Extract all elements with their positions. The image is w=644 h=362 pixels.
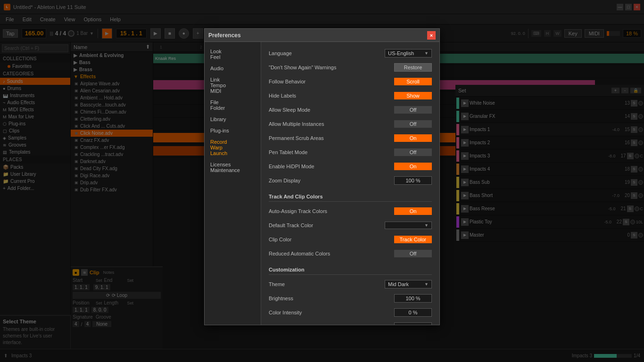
preferences-title-bar: Preferences × bbox=[205, 29, 439, 42]
pref-hide-labels-toggle[interactable]: Show bbox=[394, 92, 432, 99]
pref-follow-toggle[interactable]: Scroll bbox=[394, 78, 432, 85]
dropdown-arrow: ▼ bbox=[424, 51, 429, 56]
pref-color-intensity-row: Color Intensity 0 % bbox=[269, 307, 432, 318]
pref-clip-color-label: Clip Color bbox=[269, 237, 394, 242]
pref-hidpi-row: Enable HiDPI Mode On bbox=[269, 161, 432, 172]
pref-theme-dropdown[interactable]: Mid Dark ▼ bbox=[385, 280, 432, 288]
pref-auto-assign-label: Auto-Assign Track Colors bbox=[269, 208, 394, 214]
pref-customization-title: Customization bbox=[269, 267, 432, 275]
pref-nav-audio[interactable]: Audio bbox=[205, 63, 261, 74]
pref-brightness-value[interactable]: 100 % bbox=[394, 294, 432, 303]
pref-nav-link[interactable]: LinkTempoMIDI bbox=[205, 74, 261, 97]
pref-sleep-label: Allow Sleep Mode bbox=[269, 107, 394, 113]
pref-default-track-color-label: Default Track Color bbox=[269, 222, 385, 228]
pref-hide-labels-row: Hide Labels Show bbox=[269, 90, 432, 101]
pref-color-hue-label: Color Hue bbox=[269, 324, 394, 325]
pref-language-label: Language bbox=[269, 50, 385, 56]
preferences-sidebar: LookFeel Audio LinkTempoMIDI FileFolder … bbox=[205, 42, 261, 325]
pref-multiple-label: Allow Multiple Instances bbox=[269, 121, 394, 127]
pref-hidpi-toggle[interactable]: On bbox=[394, 163, 432, 170]
pref-track-clip-title: Track And Clip Colors bbox=[269, 194, 432, 202]
pref-hidpi-label: Enable HiDPI Mode bbox=[269, 164, 394, 169]
pref-follow-label: Follow Behavior bbox=[269, 79, 394, 84]
pref-hide-labels-label: Hide Labels bbox=[269, 93, 394, 99]
pref-nav-licenses[interactable]: LicensesMaintenance bbox=[205, 159, 261, 176]
pref-default-track-color-dropdown[interactable]: ▼ bbox=[385, 222, 432, 229]
pref-follow-row: Follow Behavior Scroll bbox=[269, 76, 432, 87]
pref-brightness-row: Brightness 100 % bbox=[269, 293, 432, 304]
preferences-title: Preferences bbox=[208, 32, 241, 39]
pref-theme-value: Mid Dark bbox=[388, 281, 409, 287]
pref-pen-toggle[interactable]: Off bbox=[394, 148, 432, 156]
pref-sleep-row: Allow Sleep Mode Off bbox=[269, 104, 432, 115]
pref-reduced-colors-toggle[interactable]: Off bbox=[394, 250, 432, 257]
pref-brightness-label: Brightness bbox=[269, 296, 394, 301]
preferences-close-button[interactable]: × bbox=[427, 31, 436, 40]
hue-adjust-btn[interactable]: ◀ bbox=[405, 324, 409, 325]
preferences-overlay: Preferences × LookFeel Audio LinkTempoMI… bbox=[0, 0, 644, 362]
pref-dont-show-row: "Don't Show Again" Warnings Restore bbox=[269, 62, 432, 73]
dropdown-arrow-track: ▼ bbox=[424, 223, 429, 228]
pref-default-track-color-row: Default Track Color ▼ bbox=[269, 220, 432, 231]
pref-multiple-toggle[interactable]: Off bbox=[394, 120, 432, 128]
pref-clip-color-row: Clip Color Track Color bbox=[269, 234, 432, 245]
pref-nav-library[interactable]: Library bbox=[205, 114, 261, 125]
theme-dropdown-arrow: ▼ bbox=[424, 282, 429, 287]
pref-sleep-toggle[interactable]: Off bbox=[394, 106, 432, 114]
pref-color-hue-display: 0° bbox=[398, 324, 404, 325]
pref-clip-color-toggle[interactable]: Track Color bbox=[394, 236, 432, 243]
pref-nav-look[interactable]: LookFeel bbox=[205, 46, 261, 63]
preferences-body: LookFeel Audio LinkTempoMIDI FileFolder … bbox=[205, 42, 439, 325]
pref-pen-label: Pen Tablet Mode bbox=[269, 149, 394, 155]
pref-dont-show-label: "Don't Show Again" Warnings bbox=[269, 65, 394, 70]
pref-language-row: Language US-English ▼ bbox=[269, 48, 432, 59]
pref-zoom-value[interactable]: 100 % bbox=[394, 176, 432, 185]
pref-scrub-row: Permanent Scrub Areas On bbox=[269, 132, 432, 144]
pref-scrub-toggle[interactable]: On bbox=[394, 134, 432, 142]
pref-zoom-row: Zoom Display 100 % bbox=[269, 175, 432, 186]
preferences-dialog: Preferences × LookFeel Audio LinkTempoMI… bbox=[204, 28, 440, 325]
pref-scrub-label: Permanent Scrub Areas bbox=[269, 135, 394, 141]
pref-multiple-row: Allow Multiple Instances Off bbox=[269, 118, 432, 130]
pref-nav-record[interactable]: RecordWarpLaunch bbox=[205, 136, 261, 159]
pref-theme-label: Theme bbox=[269, 281, 385, 287]
pref-restore-btn[interactable]: Restore bbox=[394, 63, 432, 72]
pref-reduced-colors-row: Reduced Automatic Colors Off bbox=[269, 248, 432, 259]
pref-pen-row: Pen Tablet Mode Off bbox=[269, 147, 432, 158]
pref-color-hue-value: 0° ◀ bbox=[394, 322, 432, 325]
pref-language-value: US-English bbox=[388, 50, 414, 56]
pref-zoom-label: Zoom Display bbox=[269, 178, 394, 183]
pref-reduced-colors-label: Reduced Automatic Colors bbox=[269, 251, 394, 256]
pref-color-hue-row: Color Hue 0° ◀ bbox=[269, 321, 432, 325]
pref-auto-assign-row: Auto-Assign Track Colors On bbox=[269, 206, 432, 217]
pref-nav-plugins[interactable]: Plug-ins bbox=[205, 125, 261, 136]
preferences-content: Language US-English ▼ "Don't Show Again"… bbox=[261, 42, 439, 325]
pref-theme-row: Theme Mid Dark ▼ bbox=[269, 279, 432, 290]
pref-language-dropdown[interactable]: US-English ▼ bbox=[385, 49, 432, 58]
pref-nav-file[interactable]: FileFolder bbox=[205, 97, 261, 114]
pref-auto-assign-toggle[interactable]: On bbox=[394, 207, 432, 215]
pref-color-intensity-label: Color Intensity bbox=[269, 310, 394, 315]
pref-color-intensity-value[interactable]: 0 % bbox=[394, 308, 432, 317]
